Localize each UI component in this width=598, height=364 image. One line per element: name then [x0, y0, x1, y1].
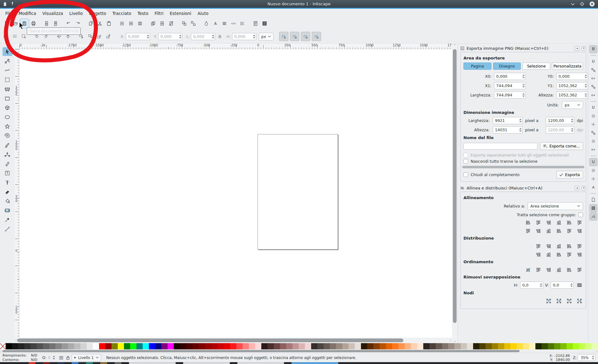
rectangle-tool[interactable] — [2, 94, 12, 103]
snap-toggle-toggle[interactable] — [590, 45, 597, 53]
cut-button[interactable] — [95, 19, 104, 28]
ungroup-button[interactable] — [189, 19, 198, 28]
color-swatch[interactable] — [99, 343, 105, 349]
duplicate-button[interactable] — [149, 19, 158, 28]
align-top-to-anchor-bottom-button[interactable] — [565, 227, 573, 234]
close-when-done-checkbox-row[interactable]: Chiudi al completamento — [463, 172, 520, 177]
tweak-tool[interactable] — [2, 66, 12, 75]
size-larghezza-spinbox[interactable]: 9921 — [493, 117, 523, 124]
color-swatch[interactable] — [535, 343, 542, 349]
snap-bbox-centers-toggle[interactable] — [590, 91, 597, 99]
vertical-scrollbar-thumb[interactable] — [453, 49, 457, 323]
color-swatch[interactable] — [405, 343, 411, 349]
text-tool[interactable]: T — [2, 169, 12, 177]
fill-value[interactable]: N/D — [31, 353, 37, 357]
y-spinbox[interactable]: 0,000 — [158, 33, 183, 40]
spray-tool[interactable] — [2, 178, 12, 187]
vertical-ruler[interactable]: 150010005000-500 — [15, 49, 19, 338]
color-swatch[interactable] — [136, 343, 143, 349]
color-swatch[interactable] — [305, 343, 311, 349]
color-swatch[interactable] — [461, 343, 467, 349]
unclump-button[interactable] — [524, 266, 532, 273]
distribute-centers-vertical-button[interactable] — [545, 251, 552, 258]
zoom-tool[interactable] — [2, 75, 12, 84]
color-swatch[interactable] — [149, 343, 155, 349]
menu-oggetto[interactable]: Oggetto — [86, 10, 109, 16]
menu-aiuto[interactable]: Aiuto — [195, 10, 211, 16]
vertical-scrollbar[interactable]: ⌃ ⌄ — [452, 44, 458, 343]
pen-tool[interactable] — [2, 150, 12, 159]
distribute-equal-gaps-horizontal-button[interactable] — [565, 243, 573, 250]
color-swatch[interactable] — [423, 343, 430, 349]
preferences-button[interactable] — [260, 19, 269, 28]
taskbar-app-icon[interactable] — [29, 362, 36, 364]
color-swatch[interactable] — [454, 343, 461, 349]
color-swatch[interactable] — [12, 343, 18, 349]
overlap-h-spinbox[interactable]: 0,0 — [520, 282, 543, 289]
color-swatch[interactable] — [554, 343, 560, 349]
opacity-value[interactable]: 0 — [48, 356, 50, 360]
align-center-horizontal-button[interactable] — [545, 219, 552, 226]
align-bottom-edges-button[interactable] — [555, 227, 562, 234]
l-spinbox[interactable]: 0,000 — [191, 33, 215, 40]
zoom-to-selection-button[interactable] — [117, 19, 126, 28]
taskbar-window-button[interactable] — [292, 362, 338, 364]
treat-as-group-checkbox[interactable] — [578, 212, 583, 217]
color-swatch[interactable] — [205, 343, 211, 349]
align-text-anchor-vertical-button[interactable] — [576, 227, 583, 234]
export-unit-dropdown[interactable]: px — [562, 101, 583, 109]
color-swatch[interactable] — [529, 343, 535, 349]
swatch-none[interactable] — [0, 343, 6, 349]
color-swatch[interactable] — [417, 343, 423, 349]
horizontal-scrollbar-thumb[interactable] — [17, 338, 403, 342]
star-tool[interactable] — [2, 122, 12, 131]
export-as-button[interactable]: Esporta come... — [540, 142, 583, 150]
fill-bucket-tool[interactable] — [2, 197, 12, 205]
color-swatch[interactable] — [80, 343, 87, 349]
export-button[interactable]: Esporta — [556, 171, 583, 179]
distribute-text-vertical-button[interactable] — [576, 251, 583, 258]
align-nodes-horizontal-button[interactable] — [545, 297, 552, 304]
color-swatch[interactable] — [186, 343, 192, 349]
lower-one-step-button[interactable] — [86, 32, 95, 41]
h-spinbox[interactable]: 0,000 — [232, 33, 256, 40]
snap-midpoints-toggle[interactable] — [590, 146, 597, 153]
color-swatch[interactable] — [436, 343, 442, 349]
color-swatch[interactable] — [230, 343, 236, 349]
exchange-selection-order-button[interactable] — [534, 266, 542, 273]
color-swatch[interactable] — [68, 343, 74, 349]
text-and-font-dialog-button[interactable]: A — [211, 19, 220, 28]
xml-editor-button[interactable]: </> — [229, 19, 238, 28]
scroll-right-icon[interactable]: › — [449, 338, 452, 343]
area-selezione-button[interactable]: Selezione — [522, 63, 550, 70]
color-swatch[interactable] — [87, 343, 93, 349]
import-button[interactable] — [42, 19, 51, 28]
palette-scrollbar-thumb[interactable] — [2, 350, 520, 352]
raise-to-top-button[interactable] — [104, 32, 113, 41]
pencil-tool[interactable] — [2, 141, 12, 149]
export-y0-spinbox[interactable]: 0,000 — [556, 73, 588, 80]
align-nodes-vertical-button[interactable] — [555, 297, 562, 304]
palette-scrollbar[interactable]: ‹ › — [0, 349, 598, 353]
distribute-text-horizontal-button[interactable] — [576, 243, 583, 250]
color-swatch[interactable] — [311, 343, 317, 349]
color-swatch[interactable] — [317, 343, 324, 349]
distribute-nodes-vertical-button[interactable] — [576, 297, 583, 304]
color-swatch[interactable] — [479, 343, 486, 349]
snap-bbox-corners-toggle[interactable] — [590, 75, 597, 82]
align-and-distribute-dialog-button[interactable] — [238, 19, 247, 28]
taskbar-window-button[interactable] — [237, 362, 284, 364]
zoom-to-drawing-button[interactable] — [126, 19, 135, 28]
maximize-button[interactable] — [580, 2, 584, 6]
color-swatch[interactable] — [292, 343, 299, 349]
scroll-up-icon[interactable]: ⌃ — [453, 44, 457, 48]
color-swatch[interactable] — [523, 343, 529, 349]
color-swatch[interactable] — [560, 343, 567, 349]
color-swatch[interactable] — [161, 343, 168, 349]
color-swatch[interactable] — [504, 343, 510, 349]
exchange-stacking-order-button[interactable] — [545, 266, 552, 273]
dpi-spinbox[interactable]: 1200,00 — [546, 126, 574, 133]
snap-others-toggle[interactable] — [590, 158, 597, 166]
align-right-edges-button[interactable] — [555, 219, 562, 226]
print-button[interactable] — [29, 19, 38, 28]
